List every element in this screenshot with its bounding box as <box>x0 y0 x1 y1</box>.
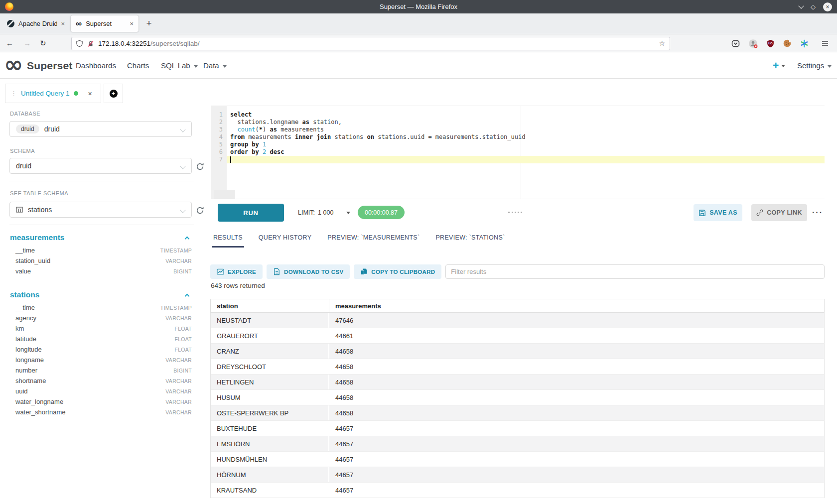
query-tab-untitled-query-1[interactable]: ⋮ Untitled Query 1 × <box>5 84 101 103</box>
results-tab-results[interactable]: RESULTS <box>213 234 243 241</box>
explore-button[interactable]: EXPLORE <box>210 264 263 279</box>
editor-code-line[interactable]: group by 1 <box>227 141 825 148</box>
pane-resize-handle[interactable] <box>508 212 522 213</box>
header-station[interactable]: station <box>211 299 329 312</box>
nav-charts[interactable]: Charts <box>127 52 149 79</box>
editor-line-number: 4 <box>211 133 227 141</box>
limit-dropdown[interactable]: LIMIT: 1 000 <box>298 204 350 222</box>
column-name: agency <box>15 314 36 322</box>
cell-station: CRANZ <box>211 344 329 359</box>
column-type: FLOAT <box>174 326 192 332</box>
window-close-icon[interactable]: × <box>823 2 832 11</box>
cell-measurements: 44658 <box>329 409 353 417</box>
add-query-tab-button[interactable]: + <box>104 84 123 103</box>
chart-icon <box>217 268 224 275</box>
table-schema-select[interactable]: stations <box>9 202 192 218</box>
download-to-csv-button[interactable]: DOWNLOAD TO CSV <box>267 264 350 279</box>
refresh-table-icon[interactable] <box>195 205 205 215</box>
browser-tab-superset[interactable]: ∞ Superset × <box>71 15 139 32</box>
pocket-icon[interactable] <box>730 38 740 48</box>
tab-close-icon[interactable]: × <box>61 20 65 27</box>
asterisk-extension-icon[interactable] <box>799 38 809 48</box>
column-name: number <box>15 367 37 374</box>
editor-code-line[interactable]: from measurements inner join stations on… <box>227 133 825 141</box>
drag-handle-icon[interactable]: ⋮ <box>10 90 17 97</box>
superset-brand[interactable]: Superset <box>27 52 72 79</box>
schema-label: SCHEMA <box>10 148 35 154</box>
column-name: __time <box>15 247 35 254</box>
cell-measurements: 44657 <box>329 456 353 463</box>
collapse-chevron-icon[interactable] <box>185 293 190 298</box>
tab-close-icon[interactable]: × <box>130 20 134 27</box>
schema-table-header[interactable]: measurements <box>10 232 192 243</box>
query-tab-close-icon[interactable]: × <box>88 90 92 98</box>
copy-to-clipboard-button[interactable]: COPY TO CLIPBOARD <box>354 264 441 279</box>
forward-icon[interactable]: → <box>23 39 31 47</box>
save-as-button[interactable]: SAVE AS <box>694 204 742 221</box>
tab-label: Superset <box>86 20 126 27</box>
nav-data[interactable]: Data <box>203 52 227 79</box>
cell-station: HUNDSMÜHLEN <box>211 452 329 467</box>
bookmark-star-icon[interactable]: ☆ <box>659 39 665 47</box>
more-options-icon[interactable]: ··· <box>812 204 823 222</box>
column-type: VARCHAR <box>165 409 192 415</box>
database-select[interactable]: druid druid <box>9 121 192 137</box>
results-actions: EXPLOREDOWNLOAD TO CSVCOPY TO CLIPBOARD <box>210 264 825 279</box>
filter-input[interactable] <box>445 264 825 279</box>
window-minimize-icon[interactable] <box>798 3 804 8</box>
settings-menu[interactable]: Settings <box>797 52 832 79</box>
schema-column-row: water_longnameVARCHAR <box>10 396 192 407</box>
sql-editor[interactable]: 1234567 select stations.longname as stat… <box>211 106 825 199</box>
editor-code-line[interactable] <box>227 156 825 163</box>
schema-column-row: uuidVARCHAR <box>10 386 192 396</box>
row-count: 643 rows returned <box>211 282 265 289</box>
editor-code[interactable]: select stations.longname as station, cou… <box>227 111 825 163</box>
window-maximize-icon[interactable]: ◇ <box>811 3 816 10</box>
schema-table-header[interactable]: stations <box>10 289 192 300</box>
collapse-chevron-icon[interactable] <box>185 236 190 241</box>
menu-hamburger-icon[interactable] <box>820 38 830 48</box>
query-tab-title: Untitled Query 1 <box>21 90 70 97</box>
editor-code-line[interactable]: stations.longname as station, <box>227 119 825 126</box>
cookie-extension-icon[interactable] <box>782 38 792 48</box>
sql-token: count <box>237 126 255 133</box>
editor-code-line[interactable]: count(*) as measurements <box>227 126 825 133</box>
insecure-lock-icon[interactable] <box>87 40 94 47</box>
add-new-button[interactable]: + <box>773 52 785 78</box>
browser-tab-apache-druid[interactable]: Apache Druid × <box>2 15 70 32</box>
profile-extension-icon[interactable] <box>748 38 758 48</box>
refresh-schema-icon[interactable] <box>195 161 205 171</box>
column-type: VARCHAR <box>165 315 192 321</box>
editor-line-number: 5 <box>211 141 227 148</box>
sql-token: measurements <box>277 126 324 133</box>
cell-station: KRAUTSAND <box>211 483 329 498</box>
nav-sql-lab[interactable]: SQL Lab <box>161 52 198 79</box>
new-tab-button[interactable]: + <box>142 17 155 30</box>
editor-code-line[interactable]: order by 2 desc <box>227 148 825 156</box>
query-timer-badge: 00:00:00.87 <box>358 206 405 219</box>
sql-token: group by <box>230 141 259 148</box>
column-name: km <box>15 325 24 332</box>
sql-token: as <box>302 119 309 126</box>
column-type: VARCHAR <box>165 258 192 264</box>
column-name: water_shortname <box>15 408 65 416</box>
header-measurements[interactable]: measurements <box>329 302 381 310</box>
url-bar[interactable]: 172.18.0.4:32251/superset/sqllab/ ☆ <box>71 37 670 50</box>
chevron-down-icon <box>180 207 185 213</box>
ublock-origin-icon[interactable]: UO <box>765 38 775 48</box>
results-tab-preview-stations[interactable]: PREVIEW: `STATIONS` <box>435 234 505 241</box>
back-icon[interactable]: ← <box>6 39 13 47</box>
chevron-down-icon <box>194 65 198 68</box>
url-path: /superset/sqllab/ <box>150 40 199 47</box>
nav-dashboards[interactable]: Dashboards <box>76 52 116 79</box>
results-tab-preview-measurements[interactable]: PREVIEW: `MEASUREMENTS` <box>327 234 419 241</box>
copy-link-button[interactable]: COPY LINK <box>751 204 807 221</box>
schema-select[interactable]: druid <box>9 158 192 174</box>
cell-measurements: 44658 <box>329 394 353 401</box>
editor-code-line[interactable]: select <box>227 111 825 119</box>
reload-icon[interactable]: ↻ <box>40 39 46 48</box>
results-tab-query-history[interactable]: QUERY HISTORY <box>259 234 311 241</box>
sqllab-content: ⋮ Untitled Query 1 × + DATABASE druid dr… <box>0 79 837 504</box>
run-button[interactable]: RUN <box>218 204 284 222</box>
schema-column-row: water_shortnameVARCHAR <box>10 407 192 417</box>
